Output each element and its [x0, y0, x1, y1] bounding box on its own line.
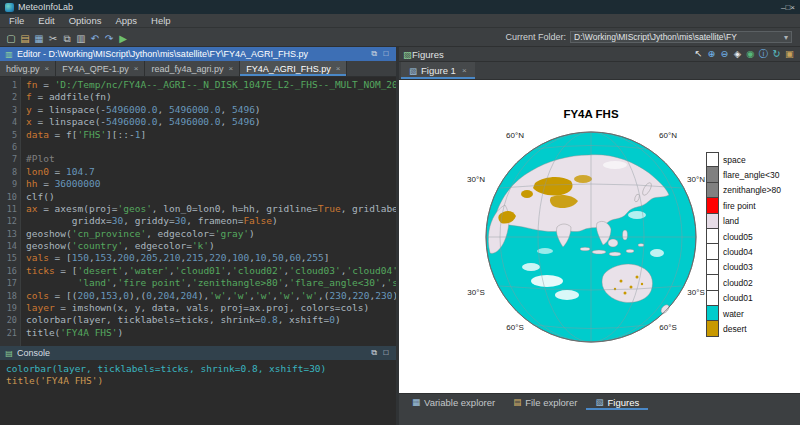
pan-icon[interactable]: ◈ [731, 47, 744, 61]
save-figure-icon[interactable]: ▣ [783, 47, 796, 61]
tab-label: Variable explorer [424, 397, 495, 408]
chevron-down-icon[interactable]: ▾ [784, 33, 788, 42]
tab-label: read_fy4a_agri.py [151, 64, 223, 74]
copy-icon[interactable]: ⧉ [60, 32, 74, 46]
legend-label: space [723, 155, 746, 165]
code-line: ticks = ['desert','water','cloud01','clo… [26, 265, 396, 277]
code-editor[interactable]: fn = 'D:/Temp/nc/FY4A--_AGRI--_N_DISK_10… [21, 77, 396, 346]
tab-close-icon[interactable]: × [134, 64, 139, 73]
legend-item: land [706, 214, 781, 229]
code-line: layer = imshown(x, y, data, vals, proj=a… [26, 302, 396, 314]
legend-swatch [706, 198, 719, 213]
close-icon[interactable]: × [462, 66, 467, 75]
legend-item: cloud04 [706, 244, 781, 259]
paste-icon[interactable]: ▥ [74, 32, 88, 46]
code-line: vals = [150,153,200,205,210,215,220,100,… [26, 252, 396, 264]
cut-icon[interactable]: ✂ [46, 32, 60, 46]
legend-swatch [706, 152, 719, 167]
tab-figure-1[interactable]: ▧ Figure 1 × [401, 62, 475, 79]
float-icon[interactable]: ⧉ [368, 47, 380, 61]
code-line: title('FY4A FHS') [26, 327, 396, 339]
full-extent-icon[interactable]: ◉ [744, 47, 757, 61]
tab-label: File explorer [525, 397, 577, 408]
menu-file[interactable]: File [2, 14, 31, 27]
save-icon[interactable]: ▦ [32, 32, 46, 46]
console-output[interactable]: colorbar(layer, ticklabels=ticks, shrink… [0, 360, 396, 425]
grid-label: 30°S [687, 288, 704, 297]
legend-swatch [706, 167, 719, 182]
figures-column: ▧ Figures ↖⊕⊖◈◉ⓘ↻▣ ▧ Figure 1 × FY4A FHS [399, 47, 800, 425]
legend-label: cloud05 [723, 232, 753, 242]
legend-item: desert [706, 321, 781, 336]
legend-label: cloud03 [723, 262, 753, 272]
tab-variable-explorer[interactable]: ▦Variable explorer [403, 394, 504, 410]
menu-apps[interactable]: Apps [108, 14, 144, 27]
tab-file-explorer[interactable]: ▤File explorer [504, 394, 586, 410]
code-line: geoshow('cn_province', edgecolor='gray') [26, 228, 396, 240]
legend-label: land [723, 216, 739, 226]
tab-close-icon[interactable]: × [336, 64, 341, 73]
legend-label: cloud02 [723, 278, 753, 288]
menu-edit[interactable]: Edit [31, 14, 61, 27]
editor-tab-read_fy4a_agri.py[interactable]: read_fy4a_agri.py× [145, 61, 240, 76]
select-icon[interactable]: ↖ [692, 47, 705, 61]
maximize-panel-icon[interactable]: □ [380, 346, 392, 360]
editor-tab-hdivg.py[interactable]: hdivg.py× [0, 61, 56, 76]
code-line: x = linspace(-5496000.0, 5496000.0, 5496… [26, 116, 396, 128]
meteoinfo-logo-icon [5, 3, 14, 12]
figures-panel-title: Figures [412, 49, 444, 60]
maximize-panel-icon[interactable]: □ [380, 47, 392, 61]
console-panel-title: Console [17, 348, 368, 358]
legend-swatch [706, 183, 719, 198]
tab-label: Figures [608, 397, 640, 408]
figures-icon: ▧ [595, 397, 603, 407]
colorbar-legend: spaceflare_angle<30zenithangle>80fire po… [706, 152, 781, 337]
tab-figures[interactable]: ▧Figures [586, 394, 648, 410]
zoom-out-icon[interactable]: ⊖ [718, 47, 731, 61]
grid-label: 30°N [687, 175, 705, 184]
float-icon[interactable]: ⧉ [368, 346, 380, 360]
figure-canvas[interactable]: FY4A FHS [399, 80, 800, 393]
new-script-icon[interactable]: ▢ [4, 32, 18, 46]
rotate-icon[interactable]: ↻ [770, 47, 783, 61]
grid-label: 60°S [659, 323, 676, 332]
current-folder-combobox[interactable]: D:\Working\MIScript\Jython\mis\satellite… [570, 31, 792, 43]
menu-help[interactable]: Help [144, 14, 178, 27]
tab-close-icon[interactable]: × [45, 64, 50, 73]
current-folder-label: Current Folder: [505, 32, 566, 42]
tab-label: FY4A_QPE-1.py [62, 64, 129, 74]
redo-icon[interactable]: ↷ [102, 32, 116, 46]
titlebar: MeteoInfoLab –□× [0, 0, 800, 14]
console-line: title('FY4A FHS') [6, 375, 390, 387]
editor-panel-title: Editor - D:\Working\MIScript\Jython\mis\… [17, 49, 368, 59]
figure-tab-label: Figure 1 [421, 65, 456, 76]
main-area: ▥ Editor - D:\Working\MIScript\Jython\mi… [0, 47, 800, 425]
figures-panel-icon: ▧ [403, 49, 412, 60]
legend-item: space [706, 152, 781, 167]
legend-swatch [706, 244, 719, 259]
menu-options[interactable]: Options [62, 14, 109, 27]
legend-label: cloud01 [723, 293, 753, 303]
code-line: geoshow('country', edgecolor='k') [26, 240, 396, 252]
editor-header-buttons: ⧉□ [368, 47, 392, 61]
code-line: clf() [26, 191, 396, 203]
zoom-in-icon[interactable]: ⊕ [705, 47, 718, 61]
undo-icon[interactable]: ↶ [88, 32, 102, 46]
figure-tab-bar: ▧ Figure 1 × [399, 62, 800, 80]
grid-label: 30°S [467, 288, 484, 297]
run-icon[interactable]: ▶ [116, 32, 130, 46]
tab-label: FY4A_AGRI_FHS.py [246, 64, 331, 74]
line-numbers: 123456789101112131415161718192021 [0, 77, 21, 346]
open-file-icon[interactable]: ▤ [18, 32, 32, 46]
editor-tab-fy4a_qpe-1.py[interactable]: FY4A_QPE-1.py× [56, 61, 145, 76]
close-icon[interactable]: × [790, 3, 795, 12]
legend-label: zenithangle>80 [723, 185, 781, 195]
editor-tab-fy4a_agri_fhs.py[interactable]: FY4A_AGRI_FHS.py× [240, 61, 347, 76]
editor-panel-icon: ▥ [4, 50, 14, 59]
code-line: y = linspace(-5496000.0, 5496000.0, 5496… [26, 104, 396, 116]
legend-label: desert [723, 324, 747, 334]
tab-close-icon[interactable]: × [228, 64, 233, 73]
current-folder-path: D:\Working\MIScript\Jython\mis\satellite… [574, 32, 782, 42]
identify-icon[interactable]: ⓘ [757, 47, 770, 61]
file-explorer-icon: ▤ [513, 397, 521, 407]
